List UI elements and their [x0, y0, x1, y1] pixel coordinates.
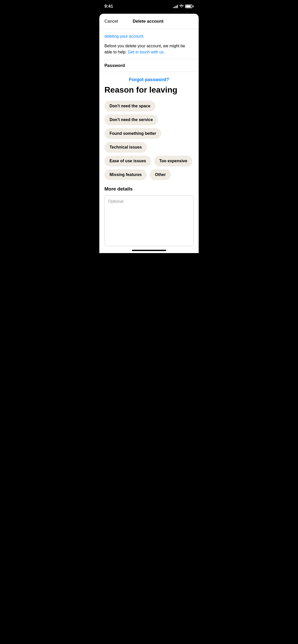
tag-too-expensive[interactable]: Too expensive — [154, 156, 192, 166]
deleting-account-link[interactable]: deleting your account. — [104, 34, 144, 38]
password-label: Password — [104, 63, 125, 68]
home-bar — [132, 250, 166, 251]
more-details-section: More details — [99, 186, 199, 247]
wifi-icon — [179, 4, 184, 8]
status-time: 9:41 — [104, 4, 113, 9]
reason-section: Reason for leaving Don't need the space … — [99, 85, 199, 180]
phone-frame: 9:41 — [99, 0, 199, 253]
battery-icon — [185, 5, 194, 8]
more-details-label: More details — [104, 186, 194, 192]
cancel-button[interactable]: Cancel — [104, 18, 118, 25]
get-in-touch-link[interactable]: Get in touch with us. — [128, 50, 165, 54]
modal-container: Cancel Delete account deleting your acco… — [99, 14, 199, 253]
details-textarea[interactable] — [104, 195, 194, 246]
tag-missing-features[interactable]: Missing features — [104, 169, 147, 180]
home-indicator — [99, 247, 199, 253]
tag-found-better[interactable]: Found something better — [104, 128, 161, 139]
tag-other[interactable]: Other — [150, 169, 171, 180]
modal-body: deleting your account. Before you delete… — [99, 29, 199, 59]
reason-title: Reason for leaving — [104, 85, 194, 95]
forgot-password-container: Forgot password? — [99, 72, 199, 85]
modal-header: Cancel Delete account — [99, 14, 199, 29]
info-text: Before you delete your account, we might… — [104, 43, 194, 55]
status-icons — [173, 4, 194, 8]
signal-icon — [173, 5, 178, 8]
modal-title: Delete account — [133, 19, 164, 24]
forgot-password-link[interactable]: Forgot password? — [129, 77, 169, 82]
password-row: Password — [99, 59, 199, 72]
tags-container: Don't need the space Don't need the serv… — [104, 101, 194, 180]
tag-ease-of-use[interactable]: Ease of use issues — [104, 156, 151, 166]
tag-technical[interactable]: Technical issues — [104, 142, 147, 153]
status-bar: 9:41 — [99, 0, 199, 13]
tag-no-service[interactable]: Don't need the service — [104, 114, 158, 125]
tag-no-space[interactable]: Don't need the space — [104, 101, 155, 111]
